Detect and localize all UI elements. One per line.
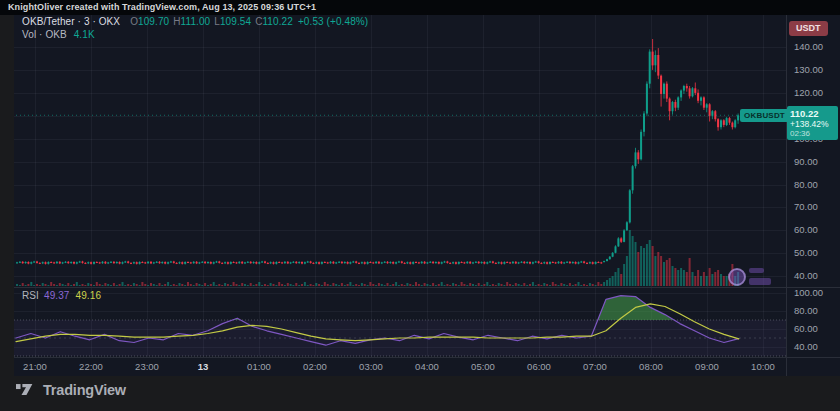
change-value: +0.53 (+0.48%) [298,16,368,27]
chart-canvas[interactable]: 140.00130.00120.00110.00100.0090.0080.00… [0,0,840,411]
close-value: 110.22 [262,16,292,27]
volume-label: Vol · OKB [22,29,67,40]
tradingview-logo-link[interactable]: TradingView [16,381,126,398]
symbol-legend-row[interactable]: OKB/Tether · 3 · OKXO109.70H111.00L109.5… [22,16,368,27]
high-key: H [173,16,180,27]
last-price-value: 110.22 [790,108,835,119]
attribution-text: KnightOliver created with TradingView.co… [8,2,316,12]
volume-legend-row[interactable]: Vol · OKB 4.1K [22,29,95,40]
last-price-change-pct: +138.42% [790,119,835,129]
open-key: O [130,16,138,27]
last-price-tag[interactable]: 110.22 +138.42% 02:36 [787,106,838,140]
tradingview-brand-text: TradingView [43,382,126,398]
symbol-name-label[interactable]: OKBUSDT [740,109,789,122]
currency-button[interactable]: USDT [789,21,828,36]
price-axis-panel[interactable] [786,15,840,358]
attribution-bar: KnightOliver created with TradingView.co… [0,0,840,15]
time-axis-panel[interactable] [14,358,786,376]
tradingview-logo-icon [16,381,36,398]
low-value: 109.54 [220,16,251,27]
open-value: 109.70 [138,16,169,27]
rsi-legend-row[interactable]: RSI49.3749.16 [22,290,101,301]
volume-value: 4.1K [74,29,95,40]
bar-countdown: 02:36 [790,129,835,138]
symbol-title: OKB/Tether · 3 · OKX [22,16,120,27]
rsi-label: RSI [22,290,39,301]
high-value: 111.00 [181,16,211,27]
rsi-ma-value: 49.16 [76,290,102,301]
rsi-value: 49.37 [44,290,70,301]
